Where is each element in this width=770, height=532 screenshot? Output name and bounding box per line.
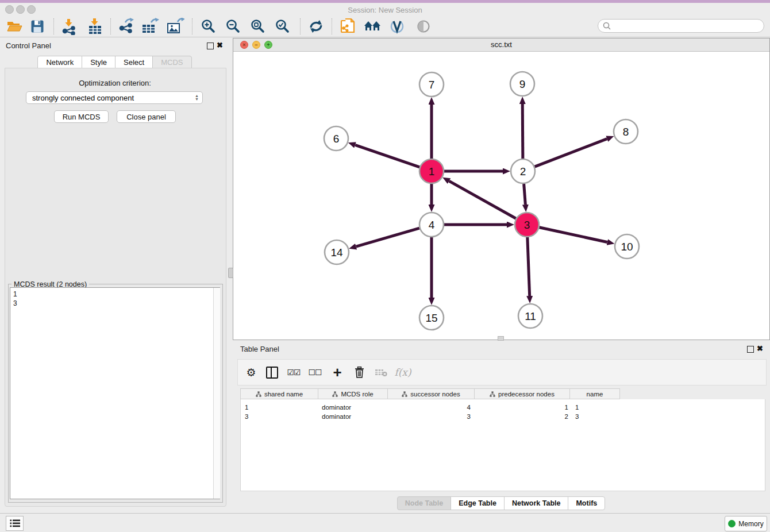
zoom-fit-button[interactable] xyxy=(248,17,268,36)
control-panel-tabs: Network Style Select MCDS xyxy=(0,56,230,68)
graph-edge-3-1[interactable] xyxy=(449,181,516,218)
chevron-updown-icon: ▲▼ xyxy=(195,94,199,101)
toolbar-separator xyxy=(332,18,333,34)
table-body[interactable]: 1 dominator 4 1 1 3 dominator 3 2 3 xyxy=(240,399,765,491)
graph-node-label-2: 2 xyxy=(520,165,526,178)
clone-network-button[interactable] xyxy=(338,17,357,36)
table-row[interactable]: 1 dominator 4 1 1 xyxy=(241,403,765,412)
delete-button[interactable] xyxy=(351,364,368,380)
panel-splitter-handle[interactable] xyxy=(228,268,233,278)
save-session-button[interactable] xyxy=(28,17,47,36)
zoom-out-icon xyxy=(225,18,241,34)
run-mcds-button[interactable]: Run MCDS xyxy=(54,110,109,123)
column-header-successor-nodes[interactable]: successor nodes xyxy=(388,389,475,399)
export-image-icon xyxy=(166,18,184,35)
column-header-shared-name[interactable]: shared name xyxy=(241,389,318,399)
refresh-icon xyxy=(308,18,324,34)
select-all-columns-button[interactable]: ☑☑ xyxy=(285,364,302,380)
graph-node-label-8: 8 xyxy=(623,126,629,138)
graph-node-label-1: 1 xyxy=(429,165,435,178)
tab-motifs[interactable]: Motifs xyxy=(568,496,605,510)
show-columns-button[interactable] xyxy=(263,364,280,380)
add-row-button[interactable]: + xyxy=(329,364,346,380)
delete-table-button[interactable] xyxy=(372,364,390,380)
control-panel-float-button[interactable] xyxy=(207,43,214,49)
tab-mcds[interactable]: MCDS xyxy=(152,56,191,69)
function-builder-button[interactable]: f(x) xyxy=(394,364,411,380)
attribute-icon xyxy=(256,391,261,397)
search-input[interactable] xyxy=(614,21,764,30)
zoom-in-button[interactable] xyxy=(199,17,218,36)
graph-node-label-11: 11 xyxy=(525,310,536,322)
result-scrollbar[interactable] xyxy=(213,288,220,499)
criterion-value: strongly connected component xyxy=(32,94,195,102)
graph-edge-2-3[interactable] xyxy=(524,184,526,205)
memory-button[interactable]: Memory xyxy=(725,516,767,531)
home-icon xyxy=(363,19,382,34)
graph-edge-3-10[interactable] xyxy=(539,228,607,242)
network-canvas[interactable]: 7968124314101511 xyxy=(233,51,769,340)
save-icon xyxy=(30,20,44,33)
import-table-button[interactable] xyxy=(85,17,105,36)
toolbar-separator xyxy=(110,18,111,34)
import-network-button[interactable] xyxy=(59,17,79,36)
titlebar[interactable]: Session: New Session xyxy=(0,3,770,16)
graph-node-label-3: 3 xyxy=(524,219,530,231)
tab-select[interactable]: Select xyxy=(115,56,153,69)
column-header-name[interactable]: name xyxy=(570,389,619,399)
graph-node-label-9: 9 xyxy=(519,78,526,90)
table-header-row: shared name MCDS role successor nodes pr… xyxy=(240,388,620,399)
graph-edge-4-14[interactable] xyxy=(356,228,419,246)
unselect-all-columns-button[interactable]: ☐☐ xyxy=(306,364,324,380)
tab-style[interactable]: Style xyxy=(82,56,116,69)
table-row[interactable]: 3 dominator 3 2 3 xyxy=(241,412,765,421)
column-header-mcds-role[interactable]: MCDS role xyxy=(318,389,388,399)
search-box[interactable] xyxy=(598,19,764,33)
export-image-button[interactable] xyxy=(165,17,185,36)
canvas-scrollbar-thumb[interactable] xyxy=(498,336,504,341)
control-panel-title: Control Panel xyxy=(6,41,51,50)
tab-node-table[interactable]: Node Table xyxy=(397,496,451,510)
graph-node-label-7: 7 xyxy=(429,79,435,91)
network-view-titlebar[interactable]: × − + scc.txt xyxy=(233,38,769,52)
mcds-result-list[interactable]: 1 3 xyxy=(10,287,220,499)
graph-edge-2-8[interactable] xyxy=(535,139,607,167)
task-history-button[interactable] xyxy=(6,516,24,531)
graph-edge-2-9[interactable] xyxy=(522,104,523,159)
export-network-button[interactable] xyxy=(116,17,136,36)
table-panel-float-button[interactable] xyxy=(747,346,754,353)
checked-boxes-icon: ☑☑ xyxy=(287,368,300,377)
graph-edge-1-6[interactable] xyxy=(355,145,419,167)
clone-network-icon xyxy=(340,18,356,35)
toggle-graphics-details-button[interactable] xyxy=(414,17,433,36)
window-title: Session: New Session xyxy=(0,6,770,14)
export-table-button[interactable] xyxy=(140,17,160,36)
close-panel-button[interactable]: Close panel xyxy=(117,110,176,123)
open-session-button[interactable] xyxy=(5,17,24,36)
zoom-selected-button[interactable] xyxy=(273,17,292,36)
eye-icon xyxy=(415,20,432,33)
export-table-icon xyxy=(141,18,159,35)
network-view-window: × − + scc.txt 7968124314101511 xyxy=(233,38,770,340)
apply-layout-button[interactable] xyxy=(306,17,326,36)
tab-network-table[interactable]: Network Table xyxy=(504,496,569,510)
apply-preferred-layout-button[interactable] xyxy=(363,17,382,36)
delete-table-icon xyxy=(375,368,387,377)
optimization-criterion-label: Optimization criterion: xyxy=(0,79,230,87)
toolbar-separator xyxy=(53,18,55,34)
control-panel-close-button[interactable]: ✖ xyxy=(217,41,223,49)
toolbar-separator xyxy=(300,18,301,34)
tab-network[interactable]: Network xyxy=(37,56,82,69)
criterion-dropdown[interactable]: strongly connected component ▲▼ xyxy=(26,91,203,104)
zoom-out-button[interactable] xyxy=(224,17,243,36)
open-style-button[interactable] xyxy=(387,17,407,36)
graph-edge-3-11[interactable] xyxy=(528,237,530,296)
style-vizmap-icon xyxy=(389,18,405,34)
table-panel-close-button[interactable]: ✖ xyxy=(757,344,763,353)
tab-edge-table[interactable]: Edge Table xyxy=(451,496,505,510)
toolbar-separator xyxy=(192,18,193,34)
search-icon xyxy=(603,22,611,30)
column-header-predecessor-nodes[interactable]: predecessor nodes xyxy=(475,389,570,399)
table-settings-button[interactable]: ⚙ xyxy=(242,364,260,380)
main-toolbar xyxy=(0,16,770,37)
